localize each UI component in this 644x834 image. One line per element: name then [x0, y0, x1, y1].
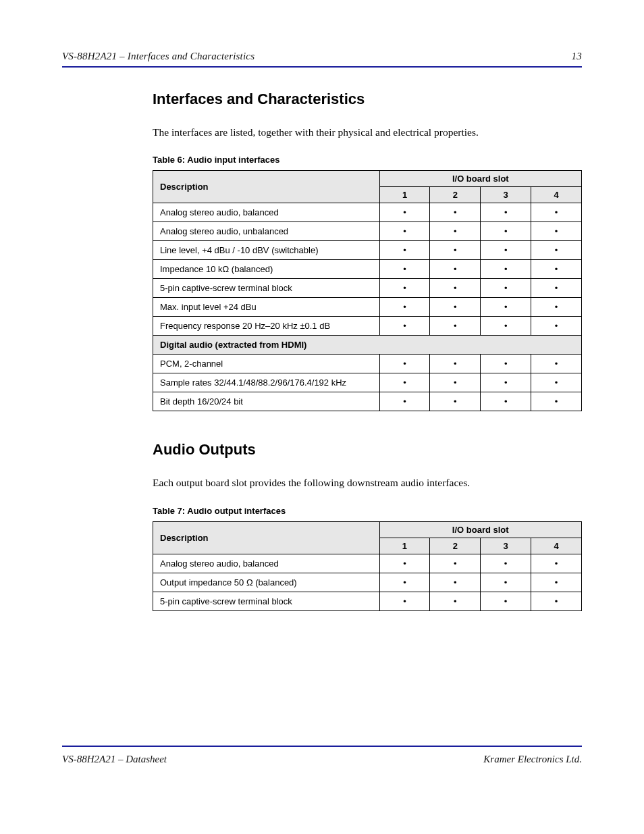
- table-caption-7: Table 7: Audio output interfaces: [153, 506, 582, 516]
- row-value: •: [379, 317, 430, 336]
- row-value: •: [481, 260, 531, 279]
- table-row: Analog stereo audio, unbalanced••••: [153, 222, 582, 241]
- row-value: •: [531, 260, 582, 279]
- row-value: •: [379, 392, 430, 411]
- audio-input-table: DescriptionI/O board slot1234Analog ster…: [153, 170, 582, 411]
- row-value: •: [379, 222, 430, 241]
- row-value: •: [481, 222, 531, 241]
- table-row: Sample rates 32/44.1/48/88.2/96/176.4/19…: [153, 373, 582, 392]
- row-description: Bit depth 16/20/24 bit: [153, 392, 380, 411]
- row-value: •: [531, 592, 582, 610]
- table-row: 5-pin captive-screw terminal block••••: [153, 592, 582, 610]
- row-value: •: [379, 241, 430, 260]
- running-head-left: VS-88H2A21 – Interfaces and Characterist…: [62, 51, 254, 62]
- row-value: •: [430, 298, 481, 317]
- col-header-group: I/O board slot: [379, 171, 581, 187]
- row-value: •: [430, 279, 481, 298]
- section-intro-audio-outputs: Each output board slot provides the foll…: [153, 475, 582, 490]
- table-row: Max. input level +24 dBu••••: [153, 298, 582, 317]
- table-row: Analog stereo audio, balanced••••: [153, 554, 582, 573]
- row-value: •: [430, 222, 481, 241]
- row-value: •: [430, 392, 481, 411]
- row-value: •: [430, 203, 481, 222]
- row-value: •: [531, 298, 582, 317]
- row-value: •: [481, 392, 531, 411]
- row-value: •: [481, 298, 531, 317]
- row-value: •: [531, 373, 582, 392]
- table-row: Output impedance 50 Ω (balanced)••••: [153, 573, 582, 592]
- section-intro-interfaces: The interfaces are listed, together with…: [153, 124, 582, 140]
- table-subsection: Digital audio (extracted from HDMI): [153, 336, 582, 355]
- row-value: •: [481, 355, 531, 373]
- row-description: Analog stereo audio, unbalanced: [153, 222, 380, 241]
- row-description: Analog stereo audio, balanced: [153, 554, 380, 573]
- row-value: •: [379, 573, 430, 592]
- page: VS-88H2A21 – Interfaces and Characterist…: [0, 0, 644, 834]
- row-description: 5-pin captive-screw terminal block: [153, 592, 380, 610]
- row-description: Line level, +4 dBu / -10 dBV (switchable…: [153, 241, 380, 260]
- row-value: •: [481, 373, 531, 392]
- table-row: Bit depth 16/20/24 bit••••: [153, 392, 582, 411]
- col-header-description: Description: [153, 521, 380, 554]
- row-description: Frequency response 20 Hz–20 kHz ±0.1 dB: [153, 317, 380, 336]
- col-subheader: 3: [481, 538, 531, 554]
- table-row: Line level, +4 dBu / -10 dBV (switchable…: [153, 241, 582, 260]
- row-value: •: [481, 279, 531, 298]
- table-row: Analog stereo audio, balanced••••: [153, 203, 582, 222]
- row-value: •: [379, 554, 430, 573]
- row-value: •: [481, 573, 531, 592]
- col-subheader: 4: [531, 538, 582, 554]
- header-rule: [62, 66, 582, 68]
- row-value: •: [430, 241, 481, 260]
- table-row: Frequency response 20 Hz–20 kHz ±0.1 dB•…: [153, 317, 582, 336]
- col-subheader: 3: [481, 187, 531, 203]
- col-subheader: 4: [531, 187, 582, 203]
- col-header-description: Description: [153, 171, 380, 203]
- col-subheader: 2: [430, 187, 481, 203]
- row-value: •: [430, 592, 481, 610]
- footer-left: VS-88H2A21 – Datasheet: [62, 754, 167, 765]
- row-description: PCM, 2-channel: [153, 355, 380, 373]
- table-row: 5-pin captive-screw terminal block••••: [153, 279, 582, 298]
- row-value: •: [531, 279, 582, 298]
- row-value: •: [481, 203, 531, 222]
- table-caption-6: Table 6: Audio input interfaces: [153, 155, 582, 165]
- running-head-right: 13: [572, 51, 582, 62]
- row-value: •: [430, 317, 481, 336]
- col-header-group: I/O board slot: [379, 521, 582, 538]
- row-value: •: [531, 317, 582, 336]
- row-description: Sample rates 32/44.1/48/88.2/96/176.4/19…: [153, 373, 380, 392]
- row-value: •: [481, 592, 531, 610]
- row-value: •: [379, 279, 430, 298]
- row-description: Max. input level +24 dBu: [153, 298, 380, 317]
- row-value: •: [531, 241, 582, 260]
- row-value: •: [430, 373, 481, 392]
- row-description: Analog stereo audio, balanced: [153, 203, 380, 222]
- row-value: •: [379, 298, 430, 317]
- row-value: •: [481, 317, 531, 336]
- row-value: •: [430, 573, 481, 592]
- row-value: •: [531, 222, 582, 241]
- row-value: •: [531, 392, 582, 411]
- row-value: •: [430, 260, 481, 279]
- footer-rule: [62, 746, 582, 747]
- row-value: •: [531, 554, 582, 573]
- row-value: •: [379, 373, 430, 392]
- row-value: •: [531, 573, 582, 592]
- col-subheader: 1: [379, 187, 430, 203]
- row-value: •: [481, 554, 531, 573]
- row-value: •: [481, 241, 531, 260]
- table-row: Impedance 10 kΩ (balanced)••••: [153, 260, 582, 279]
- row-value: •: [379, 592, 430, 610]
- row-value: •: [531, 355, 582, 373]
- section-title-audio-outputs: Audio Outputs: [153, 441, 582, 459]
- table-row: PCM, 2-channel••••: [153, 355, 582, 373]
- row-description: 5-pin captive-screw terminal block: [153, 279, 380, 298]
- row-description: Impedance 10 kΩ (balanced): [153, 260, 380, 279]
- col-subheader: 2: [430, 538, 481, 554]
- row-value: •: [531, 203, 582, 222]
- row-value: •: [430, 554, 481, 573]
- row-value: •: [379, 260, 430, 279]
- row-value: •: [379, 355, 430, 373]
- row-value: •: [430, 355, 481, 373]
